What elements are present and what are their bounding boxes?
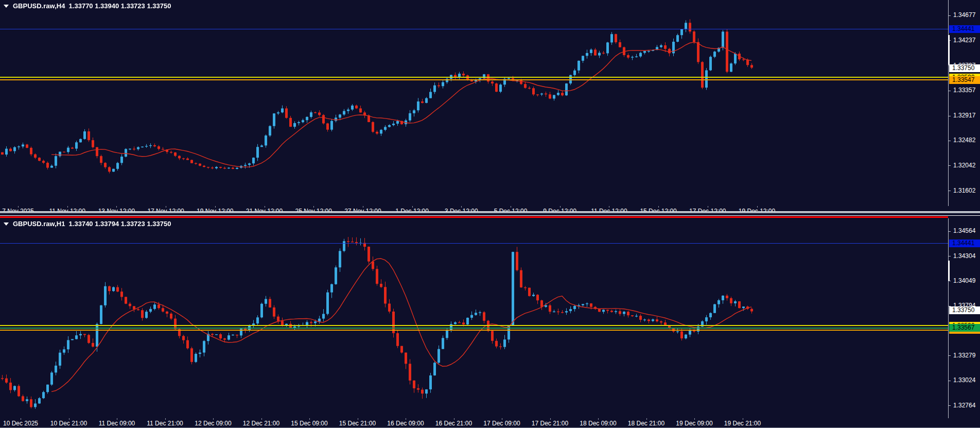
price-badge: 1.34441 <box>949 239 980 247</box>
price-tick-label: 1.34564 <box>953 227 975 234</box>
price-badge: 1.33750 <box>949 306 980 314</box>
price-tick-dash <box>949 116 951 116</box>
price-tick-dash <box>949 91 951 91</box>
time-label: 19 Dec 09:00 <box>676 420 712 427</box>
price-tick-dash <box>949 355 951 356</box>
h4-title-text: GBPUSD.raw,H4 1.33770 1.33940 1.33723 1.… <box>13 2 171 10</box>
price-tick-dash <box>949 141 951 141</box>
time-label: 18 Dec 09:00 <box>580 420 616 427</box>
time-label: 16 Dec 09:00 <box>387 420 424 427</box>
time-label: 17 Dec 21:00 <box>532 420 568 427</box>
chart-workspace: 1.346771.342371.337971.333571.329171.324… <box>0 0 980 428</box>
panel-splitter[interactable] <box>0 211 980 213</box>
h1-panel-top-border <box>0 215 980 216</box>
h4-time-axis[interactable]: 7 Nov 202511 Nov 12:0013 Nov 12:0017 Nov… <box>0 206 980 215</box>
price-tick-label: 1.32042 <box>953 162 975 169</box>
price-tick-label: 1.33357 <box>953 87 975 94</box>
price-tick-dash <box>949 405 951 406</box>
time-label: 17 Dec 09:00 <box>483 420 520 427</box>
time-label: 19 Dec 21:00 <box>724 420 761 427</box>
price-tick-label: 1.32482 <box>953 136 975 144</box>
h1-title-text: GBPUSD.raw,H1 1.33740 1.33794 1.33723 1.… <box>13 220 171 228</box>
h1-red-price-line[interactable] <box>0 216 948 218</box>
h4-chart-title: GBPUSD.raw,H4 1.33770 1.33940 1.33723 1.… <box>4 2 171 10</box>
time-label: 10 Dec 21:00 <box>50 420 87 427</box>
price-tick-dash <box>949 256 951 256</box>
time-label: 15 Dec 21:00 <box>339 420 376 427</box>
price-tick-label: 1.33024 <box>953 376 975 384</box>
symbol-dropdown-icon[interactable] <box>4 222 9 226</box>
price-badge: 1.33547 <box>949 76 980 84</box>
price-badge: 1.33567 <box>949 324 980 332</box>
price-tick-label: 1.34049 <box>953 277 975 284</box>
symbol-dropdown-icon[interactable] <box>4 5 9 8</box>
price-tick-label: 1.32917 <box>953 112 975 119</box>
price-axis-marker <box>948 261 950 281</box>
price-tick-dash <box>949 165 951 166</box>
time-label: 18 Dec 21:00 <box>628 420 664 427</box>
h1-chart-title: GBPUSD.raw,H1 1.33740 1.33794 1.33723 1.… <box>4 220 171 228</box>
price-tick-dash <box>949 281 951 281</box>
price-tick-dash <box>949 191 951 191</box>
price-tick-dash <box>949 15 951 16</box>
price-badge: 1.34441 <box>949 25 980 33</box>
h1-chart-canvas[interactable] <box>0 218 948 418</box>
price-tick-label: 1.33279 <box>953 352 975 359</box>
price-tick-label: 1.31602 <box>953 187 975 194</box>
price-tick-label: 1.34304 <box>953 252 975 260</box>
price-badge: 1.33750 <box>949 64 980 72</box>
h4-chart-panel: 1.346771.342371.337971.333571.329171.324… <box>0 0 980 215</box>
time-label: 12 Dec 09:00 <box>195 420 231 427</box>
h1-chart-panel: 1.345641.343041.340491.337941.332791.330… <box>0 218 980 428</box>
h1-price-axis[interactable]: 1.345641.343041.340491.337941.332791.330… <box>949 218 980 418</box>
price-tick-dash <box>949 231 951 232</box>
time-label: 10 Dec 2025 <box>3 420 38 427</box>
h1-time-axis[interactable]: 10 Dec 202510 Dec 21:0011 Dec 09:0011 De… <box>0 418 980 428</box>
time-label: 11 Dec 09:00 <box>99 420 135 427</box>
time-label: 12 Dec 21:00 <box>243 420 279 427</box>
h4-chart-canvas[interactable] <box>0 0 948 206</box>
price-tick-label: 1.32764 <box>953 402 975 409</box>
h4-price-axis[interactable]: 1.346771.342371.337971.333571.329171.324… <box>949 0 980 206</box>
price-tick-label: 1.34677 <box>953 11 975 19</box>
time-label: 15 Dec 09:00 <box>291 420 327 427</box>
price-axis-marker <box>948 35 950 65</box>
price-tick-dash <box>949 381 951 381</box>
time-label: 16 Dec 21:00 <box>435 420 472 427</box>
time-label: 11 Dec 21:00 <box>147 420 183 427</box>
price-tick-label: 1.34237 <box>953 37 975 44</box>
